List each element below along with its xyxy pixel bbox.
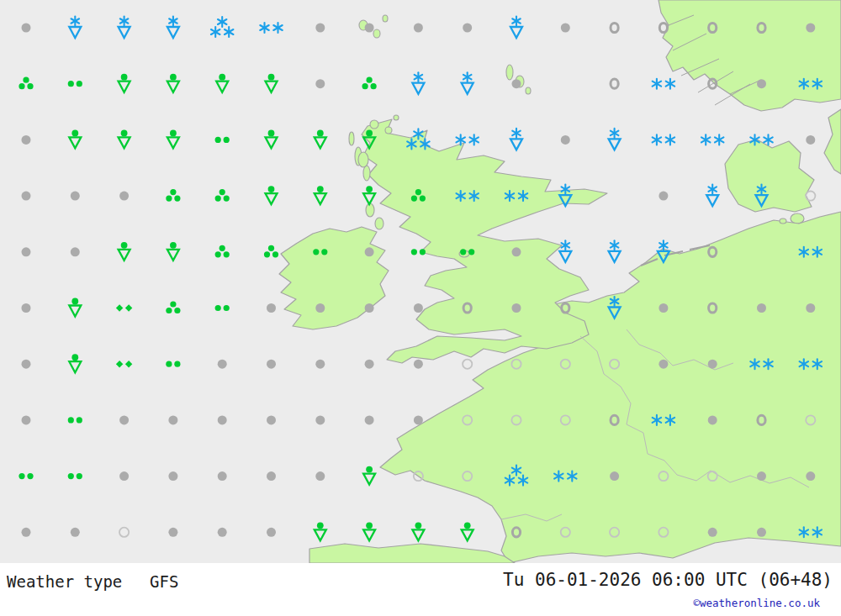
cloudy-dot-symbol — [757, 303, 766, 313]
cloudy-dot-symbol — [218, 415, 227, 424]
cloudy-dot-symbol — [806, 303, 815, 313]
cloudy-dot-symbol — [757, 528, 766, 537]
cloudy-dot-symbol — [414, 24, 423, 33]
cloudy-dot-symbol — [659, 360, 668, 369]
cloudy-dot-symbol — [22, 415, 31, 424]
cloudy-dot-symbol — [365, 360, 374, 369]
cloudy-dot-symbol — [561, 24, 570, 33]
cloudy-dot-symbol — [365, 415, 374, 424]
cloudy-dot-symbol — [365, 247, 374, 256]
cloudy-dot-symbol — [71, 528, 80, 537]
cloudy-dot-symbol — [757, 471, 766, 481]
cloudy-dot-symbol — [315, 471, 325, 481]
weather-map — [0, 0, 841, 563]
cloudy-dot-symbol — [610, 471, 619, 481]
cloudy-dot-symbol — [267, 528, 276, 537]
cloudy-dot-symbol — [168, 415, 177, 424]
datetime-label: Tu 06-01-2026 06:00 UTC (06+48) — [503, 570, 833, 590]
caption-line: Weather type GFS Tu 06-01-2026 06:00 UTC… — [0, 570, 841, 592]
cloudy-dot-symbol — [267, 471, 276, 481]
cloudy-dot-symbol — [267, 303, 276, 313]
cloudy-dot-symbol — [22, 528, 31, 537]
weather-map-page: Weather type GFS Tu 06-01-2026 06:00 UTC… — [0, 0, 841, 616]
cloudy-dot-symbol — [414, 360, 423, 369]
cloudy-dot-symbol — [22, 192, 31, 201]
cloudy-dot-symbol — [315, 360, 325, 369]
cloudy-dot-symbol — [22, 135, 31, 145]
cloudy-dot-symbol — [512, 303, 521, 313]
cloudy-dot-symbol — [806, 471, 815, 481]
cloudy-dot-symbol — [119, 415, 129, 424]
cloudy-dot-symbol — [315, 24, 325, 33]
cloudy-dot-symbol — [315, 79, 325, 88]
cloudy-dot-symbol — [315, 415, 325, 424]
cloudy-dot-symbol — [806, 24, 815, 33]
cloudy-dot-symbol — [757, 79, 766, 88]
map-area — [0, 0, 841, 563]
cloudy-dot-symbol — [315, 303, 325, 313]
caption-bar: Weather type GFS Tu 06-01-2026 06:00 UTC… — [0, 563, 841, 616]
cloudy-dot-symbol — [71, 192, 80, 201]
cloudy-dot-symbol — [708, 415, 717, 424]
cloudy-dot-symbol — [168, 471, 177, 481]
copyright-link[interactable]: ©weatheronline.co.uk — [693, 597, 820, 609]
cloudy-dot-symbol — [365, 24, 374, 33]
model-label: GFS — [150, 572, 178, 591]
cloudy-dot-symbol — [414, 303, 423, 313]
cloudy-dot-symbol — [512, 247, 521, 256]
cloudy-dot-symbol — [659, 192, 668, 201]
cloudy-dot-symbol — [708, 360, 717, 369]
cloudy-dot-symbol — [463, 24, 472, 33]
cloudy-dot-symbol — [218, 471, 227, 481]
cloudy-dot-symbol — [561, 135, 570, 145]
cloudy-dot-symbol — [659, 303, 668, 313]
cloudy-dot-symbol — [218, 528, 227, 537]
cloudy-dot-symbol — [71, 247, 80, 256]
cloudy-dot-symbol — [365, 303, 374, 313]
cloudy-dot-symbol — [119, 471, 129, 481]
cloudy-dot-symbol — [414, 415, 423, 424]
cloudy-dot-symbol — [512, 79, 521, 88]
cloudy-dot-symbol — [708, 528, 717, 537]
cloudy-dot-symbol — [119, 192, 129, 201]
cloudy-dot-symbol — [267, 415, 276, 424]
weather-type-label: Weather type — [7, 572, 122, 591]
cloudy-dot-symbol — [168, 528, 177, 537]
cloudy-dot-symbol — [267, 360, 276, 369]
cloudy-dot-symbol — [806, 135, 815, 145]
cloudy-dot-symbol — [22, 360, 31, 369]
cloudy-dot-symbol — [22, 303, 31, 313]
cloudy-dot-symbol — [218, 360, 227, 369]
cloudy-dot-symbol — [22, 247, 31, 256]
cloudy-dot-symbol — [22, 24, 31, 33]
